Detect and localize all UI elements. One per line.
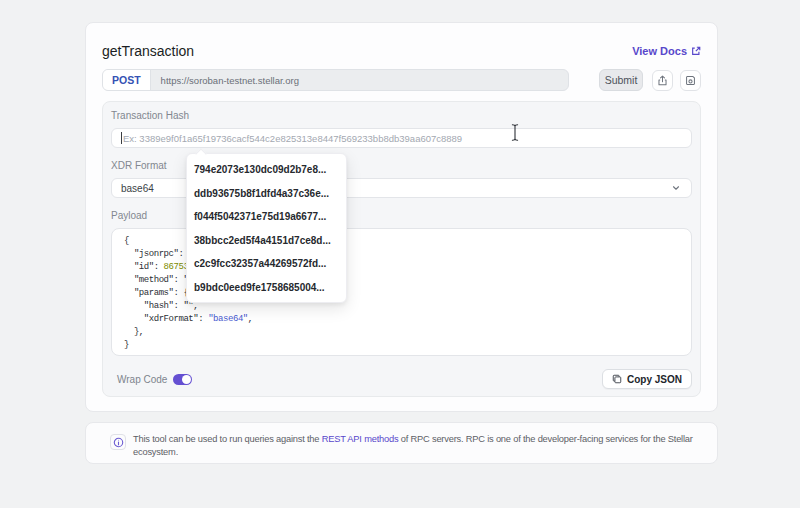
save-icon (685, 75, 696, 86)
endpoint-url-input[interactable]: https://soroban-testnet.stellar.org (151, 70, 568, 90)
xdr-format-value: base64 (121, 183, 154, 194)
payload-code-line: }, (124, 326, 679, 339)
hash-suggestion-item[interactable]: 794e2073e130dc09d2b7e8... (187, 158, 346, 182)
hash-suggestions-dropdown: 794e2073e130dc09d2b7e8...ddb93675b8f1dfd… (186, 153, 347, 303)
http-method-badge: POST (103, 70, 151, 90)
card-header: getTransaction View Docs (102, 41, 701, 61)
copy-icon (612, 374, 622, 384)
transaction-hash-label: Transaction Hash (111, 110, 692, 122)
copy-json-button[interactable]: Copy JSON (602, 369, 692, 389)
endpoint-input-group: POST https://soroban-testnet.stellar.org (102, 69, 569, 91)
view-docs-link[interactable]: View Docs (632, 45, 701, 57)
wrap-code-row: Wrap Code (117, 374, 192, 385)
wrap-code-label: Wrap Code (117, 374, 167, 385)
submit-button[interactable]: Submit (599, 69, 643, 91)
hash-suggestion-item[interactable]: f044f5042371e75d19a6677... (187, 205, 346, 229)
hash-suggestion-item[interactable]: ddb93675b8f1dfd4a37c36e... (187, 182, 346, 206)
request-card: getTransaction View Docs POST https://so… (85, 22, 718, 412)
panel-footer: Wrap Code Copy JSON (111, 369, 692, 389)
hash-suggestion-item[interactable]: 38bbcc2ed5f4a4151d7ce8d... (187, 229, 346, 253)
chevron-down-icon (671, 183, 681, 193)
rest-api-methods-link[interactable]: REST API methods (322, 434, 399, 444)
hash-suggestion-item[interactable]: b9bdc0eed9fe1758685004... (187, 276, 346, 300)
page-title: getTransaction (102, 43, 194, 59)
payload-code-line: "xdrFormat": "base64", (124, 313, 679, 326)
payload-code-line: } (124, 339, 679, 352)
transaction-hash-input[interactable]: Ex: 3389e9f0f1a65f19736cacf544c2e825313e… (111, 128, 692, 148)
copy-json-label: Copy JSON (627, 374, 682, 385)
info-icon (110, 434, 126, 450)
transaction-hash-placeholder: Ex: 3389e9f0f1a65f19736cacf544c2e825313e… (123, 133, 462, 144)
share-button[interactable] (652, 70, 673, 91)
toggle-knob (182, 375, 191, 384)
view-docs-label: View Docs (632, 45, 687, 57)
hash-suggestion-item[interactable]: c2c9fcc32357a44269572fd... (187, 252, 346, 276)
wrap-code-toggle[interactable] (173, 374, 192, 385)
save-button[interactable] (680, 70, 701, 91)
share-icon (657, 75, 668, 86)
text-caret (121, 132, 122, 144)
text-cursor (510, 123, 520, 143)
endpoint-row: POST https://soroban-testnet.stellar.org… (102, 69, 701, 91)
info-card: This tool can be used to run queries aga… (85, 422, 718, 464)
info-text: This tool can be used to run queries aga… (133, 433, 713, 459)
external-link-icon (691, 46, 701, 56)
